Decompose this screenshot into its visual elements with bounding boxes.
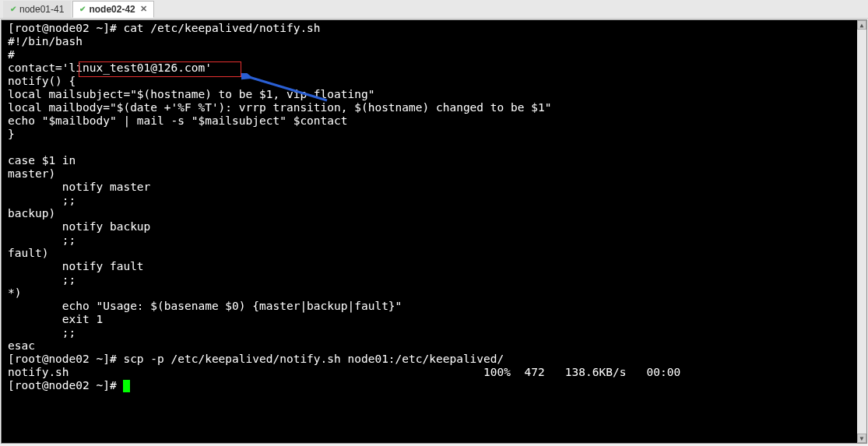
terminal-line: local mailsubject="$(hostname) to be $1,… [8, 88, 860, 101]
tab-node02[interactable]: ✔ node02-42 ✕ [72, 1, 153, 18]
terminal-line: notify() { [8, 75, 860, 88]
cursor [123, 380, 130, 392]
terminal-line: #!/bin/bash [8, 35, 860, 48]
terminal-line: notify fault [8, 260, 860, 273]
terminal-line: # [8, 48, 860, 61]
terminal-line: ;; [8, 234, 860, 247]
terminal-line: ;; [8, 194, 860, 207]
terminal-line: fault) [8, 247, 860, 260]
tab-label: node01-41 [19, 4, 64, 15]
terminal-line: case $1 in [8, 154, 860, 167]
check-icon: ✔ [10, 5, 16, 13]
scroll-down-icon[interactable]: ▼ [857, 434, 866, 443]
scroll-up-icon[interactable]: ▲ [857, 20, 866, 30]
terminal-line: notify backup [8, 220, 860, 234]
terminal-line: master) [8, 167, 860, 181]
tab-label: node02-42 [89, 4, 135, 15]
terminal-line: exit 1 [8, 313, 860, 326]
terminal-line: echo "Usage: $(basename $0) {master|back… [8, 300, 860, 313]
terminal-line: ;; [8, 273, 860, 286]
check-icon: ✔ [79, 5, 86, 13]
tab-bar: ✔ node01-41 ✔ node02-42 ✕ [0, 0, 868, 19]
terminal-line: [root@node02 ~]# scp -p /etc/keepalived/… [8, 353, 860, 366]
terminal-line: ;; [8, 326, 860, 339]
terminal-line: notify.sh 100% 472 138.6KB/s 00:00 [8, 366, 860, 379]
tab-node01[interactable]: ✔ node01-41 [3, 1, 71, 18]
terminal-line: echo "$mailbody" | mail -s "$mailsubject… [8, 114, 860, 128]
terminal-content: [root@node02 ~]# cat /etc/keepalived/not… [8, 22, 860, 392]
terminal-line [8, 141, 860, 154]
terminal-line: local mailbody="$(date +'%F %T'): vrrp t… [8, 101, 860, 114]
terminal-line: [root@node02 ~]# cat /etc/keepalived/not… [8, 22, 860, 35]
scrollbar[interactable]: ▲ ▼ [857, 20, 866, 443]
close-icon[interactable]: ✕ [140, 4, 147, 14]
terminal-line: } [8, 128, 860, 141]
terminal-line: *) [8, 286, 860, 300]
terminal-line: esac [8, 339, 860, 353]
terminal-line: backup) [8, 207, 860, 220]
terminal[interactable]: [root@node02 ~]# cat /etc/keepalived/not… [1, 19, 867, 444]
terminal-line: contact='linux_test01@126.com' [8, 61, 860, 75]
terminal-line: [root@node02 ~]# [8, 379, 860, 392]
terminal-line: notify master [8, 181, 860, 194]
